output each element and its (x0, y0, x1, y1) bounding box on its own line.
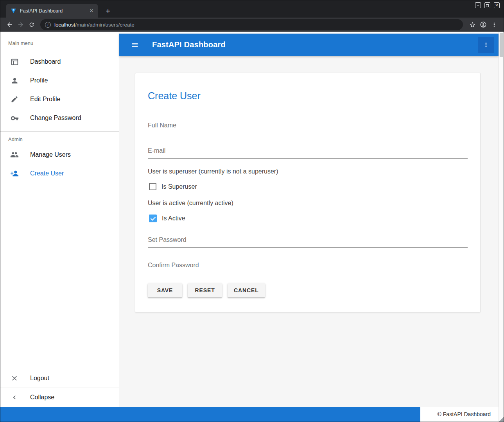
forward-arrow-icon (17, 21, 24, 28)
window-controls: – ✕ (475, 2, 500, 8)
confirm-password-input[interactable] (148, 257, 468, 273)
superuser-hint-text: User is superuser (currently is not a su… (148, 168, 468, 175)
full-name-input[interactable] (148, 117, 468, 133)
people-icon (10, 150, 19, 159)
set-password-input[interactable] (148, 232, 468, 248)
sidebar-item-logout[interactable]: Logout (0, 369, 119, 388)
site-info-icon[interactable]: i (45, 22, 51, 28)
maximize-icon (486, 4, 489, 7)
sidebar-item-label: Collapse (30, 394, 54, 401)
appbar-overflow-button[interactable] (478, 37, 494, 53)
close-x-icon (10, 374, 19, 383)
profile-button[interactable] (478, 19, 489, 30)
sidebar-item-profile[interactable]: Profile (0, 71, 119, 90)
key-icon (10, 113, 19, 123)
back-button[interactable] (4, 19, 15, 30)
browser-window: FastAPI Dashboard ✕ + – ✕ i lo (0, 0, 504, 422)
sidebar-section-header: Main menu (0, 32, 119, 50)
reload-icon (29, 21, 35, 28)
sidebar: Main menu Dashboard Profile (0, 32, 119, 407)
pencil-icon (10, 95, 19, 104)
minimize-button[interactable]: – (475, 2, 481, 8)
sidebar-item-change-password[interactable]: Change Password (0, 109, 119, 127)
close-window-button[interactable]: ✕ (494, 2, 500, 8)
browser-menu-button[interactable] (489, 19, 500, 30)
resize-grip-icon[interactable] (498, 416, 504, 422)
sidebar-item-label: Dashboard (30, 58, 61, 65)
browser-toolbar: i localhost/main/admin/users/create (0, 18, 504, 32)
sidebar-item-label: Create User (30, 170, 64, 177)
active-hint-text: User is active (currently active) (148, 200, 468, 207)
sidebar-item-label: Profile (30, 77, 48, 84)
forward-button[interactable] (15, 19, 26, 30)
sidebar-item-label: Logout (30, 375, 49, 382)
sidebar-item-create-user[interactable]: Create User (0, 164, 119, 183)
app-title: FastAPI Dashboard (152, 40, 226, 49)
back-arrow-icon (6, 21, 13, 28)
reload-button[interactable] (26, 19, 37, 30)
sidebar-item-label: Manage Users (30, 151, 71, 158)
sidebar-item-label: Edit Profile (30, 96, 60, 103)
profile-avatar-icon (480, 21, 487, 28)
save-button[interactable]: SAVE (148, 283, 182, 297)
app-footer: © FastAPI Dashboard (0, 407, 499, 422)
page-scrollbar[interactable] (499, 32, 504, 422)
reset-button[interactable]: RESET (188, 283, 222, 297)
superuser-checkbox[interactable] (149, 183, 156, 190)
minimize-icon: – (477, 3, 479, 8)
scrollbar-thumb[interactable] (500, 33, 503, 57)
sidebar-item-collapse[interactable]: Collapse (0, 388, 119, 407)
sidebar-section-header: Admin (0, 132, 119, 145)
close-icon: ✕ (495, 3, 498, 8)
create-user-card: Create User User is superuser (currently… (135, 73, 481, 313)
person-icon (10, 76, 19, 85)
footer-copyright: © FastAPI Dashboard (420, 407, 499, 422)
menu-toggle-button[interactable] (128, 38, 142, 52)
maximize-button[interactable] (484, 2, 490, 8)
new-tab-button[interactable]: + (103, 6, 113, 16)
app-bar: FastAPI Dashboard (119, 34, 499, 56)
browser-tab[interactable]: FastAPI Dashboard ✕ (6, 4, 98, 18)
main-content: Create User User is superuser (currently… (119, 56, 499, 407)
active-checkbox-label: Is Active (162, 215, 185, 222)
sidebar-item-label: Change Password (30, 114, 81, 122)
url-host: localhost (54, 22, 75, 28)
page-title: Create User (148, 90, 468, 102)
kebab-icon (491, 21, 497, 28)
superuser-checkbox-row: Is Superuser (149, 183, 468, 190)
tab-strip: FastAPI Dashboard ✕ + – ✕ (0, 0, 504, 18)
sidebar-item-edit-profile[interactable]: Edit Profile (0, 90, 119, 109)
bookmark-button[interactable] (467, 19, 478, 30)
form-actions: SAVE RESET CANCEL (148, 283, 468, 297)
tab-close-icon[interactable]: ✕ (88, 7, 95, 14)
person-add-icon (10, 169, 19, 178)
sidebar-item-dashboard[interactable]: Dashboard (0, 52, 119, 71)
hamburger-icon (131, 41, 139, 49)
chevron-left-icon (10, 393, 19, 402)
kebab-icon (482, 41, 490, 48)
active-checkbox[interactable] (149, 215, 157, 222)
bookmark-star-icon (469, 21, 476, 28)
active-checkbox-row: Is Active (149, 215, 468, 222)
dashboard-icon (10, 57, 19, 66)
url-path: /main/admin/users/create (75, 22, 135, 28)
address-bar[interactable]: i localhost/main/admin/users/create (40, 19, 463, 30)
cancel-button[interactable]: CANCEL (228, 283, 265, 297)
url-text: localhost/main/admin/users/create (54, 22, 135, 28)
email-input[interactable] (148, 143, 468, 159)
superuser-checkbox-label: Is Superuser (161, 183, 197, 190)
page: Main menu Dashboard Profile (0, 32, 504, 422)
vuetify-logo-icon (11, 8, 16, 14)
tab-title: FastAPI Dashboard (20, 8, 84, 14)
sidebar-item-manage-users[interactable]: Manage Users (0, 145, 119, 164)
